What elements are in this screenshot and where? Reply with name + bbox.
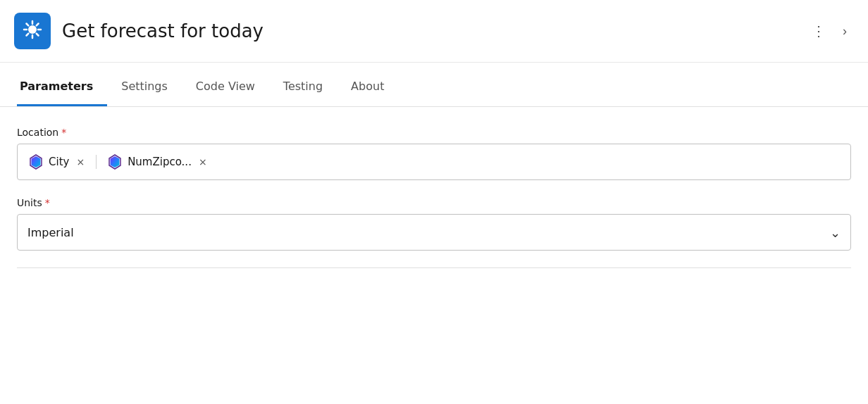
svg-marker-10: [32, 156, 41, 168]
content-divider: [17, 267, 851, 268]
svg-line-6: [37, 34, 39, 36]
svg-line-8: [27, 34, 29, 36]
content-area: Location * City ×: [0, 107, 868, 288]
tag-separator: [96, 155, 97, 169]
city-tag-label: City: [49, 156, 69, 168]
tab-bar: Parameters Settings Code View Testing Ab…: [0, 68, 868, 107]
numzipco-tag-icon: [106, 153, 123, 170]
ellipsis-icon: ⋮: [812, 23, 826, 39]
numzipco-tag: NumZipco... ×: [106, 153, 209, 170]
chevron-right-icon: ›: [843, 24, 847, 39]
city-tag-icon: [27, 153, 44, 170]
collapse-button[interactable]: ›: [838, 20, 851, 43]
svg-marker-12: [111, 156, 120, 168]
svg-line-7: [37, 24, 39, 26]
app-icon: [14, 13, 51, 49]
chevron-down-icon: ⌄: [830, 225, 841, 240]
header: Get forecast for today ⋮ ›: [0, 0, 868, 63]
tab-testing[interactable]: Testing: [269, 68, 337, 106]
tab-about[interactable]: About: [337, 68, 398, 106]
page-title: Get forecast for today: [62, 20, 264, 42]
city-tag: City ×: [27, 153, 86, 170]
tab-parameters[interactable]: Parameters: [17, 68, 107, 106]
units-field-group: Units * Imperial ⌄: [17, 197, 851, 251]
header-left: Get forecast for today: [14, 13, 264, 49]
numzipco-tag-label: NumZipco...: [128, 156, 192, 168]
units-select[interactable]: Imperial ⌄: [17, 214, 851, 251]
header-right: ⋮ ›: [807, 18, 851, 44]
more-options-button[interactable]: ⋮: [807, 18, 830, 44]
svg-line-5: [27, 24, 29, 26]
svg-point-0: [28, 25, 37, 34]
numzipco-tag-close[interactable]: ×: [197, 155, 209, 169]
location-label: Location *: [17, 127, 851, 138]
location-input[interactable]: City × NumZipco...: [17, 144, 851, 180]
city-tag-close[interactable]: ×: [75, 155, 86, 169]
location-required-star: *: [61, 127, 66, 138]
units-required-star: *: [45, 197, 50, 208]
tab-settings[interactable]: Settings: [107, 68, 182, 106]
location-field-group: Location * City ×: [17, 127, 851, 180]
units-value: Imperial: [27, 226, 74, 239]
tab-code-view[interactable]: Code View: [182, 68, 269, 106]
units-label: Units *: [17, 197, 851, 208]
sun-icon: [21, 18, 44, 44]
